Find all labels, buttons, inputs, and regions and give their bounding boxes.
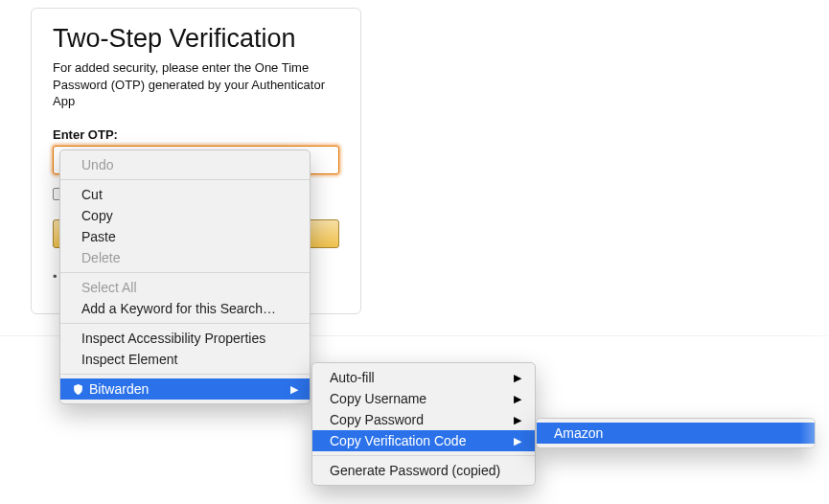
submenu-copy-password[interactable]: Copy Password ▶ bbox=[312, 409, 535, 430]
chevron-right-icon: ▶ bbox=[514, 411, 521, 428]
menu-separator bbox=[312, 455, 535, 456]
bitwarden-submenu[interactable]: Auto-fill ▶ Copy Username ▶ Copy Passwor… bbox=[311, 362, 536, 486]
submenu-generate-password[interactable]: Generate Password (copied) bbox=[312, 460, 535, 481]
chevron-right-icon: ▶ bbox=[290, 380, 298, 398]
otp-label: Enter OTP: bbox=[53, 127, 339, 142]
chevron-right-icon: ▶ bbox=[514, 432, 521, 449]
submenu-autofill[interactable]: Auto-fill ▶ bbox=[312, 367, 535, 388]
submenu-copy-verification-code-label: Copy Verification Code bbox=[330, 432, 466, 449]
submenu-autofill-label: Auto-fill bbox=[330, 369, 375, 386]
submenu-generate-password-label: Generate Password (copied) bbox=[330, 462, 500, 479]
menu-bitwarden[interactable]: Bitwarden ▶ bbox=[60, 378, 310, 400]
menu-inspect-element[interactable]: Inspect Element bbox=[60, 349, 310, 370]
page-title: Two-Step Verification bbox=[53, 24, 339, 54]
copy-code-submenu[interactable]: Amazon bbox=[536, 418, 816, 448]
page-description: For added security, please enter the One… bbox=[53, 59, 339, 110]
menu-delete[interactable]: Delete bbox=[60, 247, 310, 268]
menu-bitwarden-label: Bitwarden bbox=[89, 380, 149, 398]
menu-undo[interactable]: Undo bbox=[60, 154, 310, 175]
menu-inspect-accessibility[interactable]: Inspect Accessibility Properties bbox=[60, 328, 310, 349]
account-amazon-label: Amazon bbox=[554, 424, 603, 442]
chevron-right-icon: ▶ bbox=[514, 390, 521, 407]
menu-separator bbox=[60, 323, 310, 324]
submenu-copy-password-label: Copy Password bbox=[330, 411, 424, 428]
menu-add-keyword[interactable]: Add a Keyword for this Search… bbox=[60, 298, 310, 319]
account-amazon[interactable]: Amazon bbox=[537, 423, 815, 444]
menu-separator bbox=[60, 179, 310, 180]
menu-copy[interactable]: Copy bbox=[60, 205, 310, 226]
menu-paste[interactable]: Paste bbox=[60, 226, 310, 247]
chevron-right-icon: ▶ bbox=[514, 369, 521, 386]
menu-select-all[interactable]: Select All bbox=[60, 277, 310, 298]
menu-separator bbox=[60, 374, 310, 375]
submenu-copy-verification-code[interactable]: Copy Verification Code ▶ bbox=[312, 430, 535, 451]
submenu-copy-username-label: Copy Username bbox=[330, 390, 426, 407]
submenu-copy-username[interactable]: Copy Username ▶ bbox=[312, 388, 535, 409]
shield-icon bbox=[72, 382, 84, 397]
context-menu[interactable]: Undo Cut Copy Paste Delete Select All Ad… bbox=[59, 149, 311, 404]
menu-separator bbox=[60, 272, 310, 273]
menu-cut[interactable]: Cut bbox=[60, 184, 310, 205]
